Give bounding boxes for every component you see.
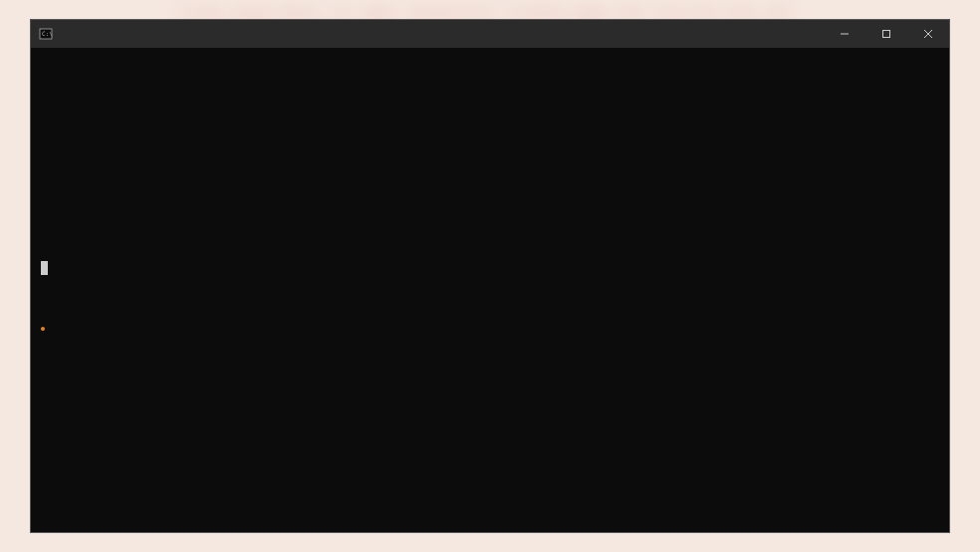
svg-text:C:\: C:\ xyxy=(42,30,53,37)
titlebar[interactable]: C:\ xyxy=(31,20,949,48)
maximize-button[interactable] xyxy=(865,20,907,48)
svg-rect-3 xyxy=(883,31,890,38)
minimize-button[interactable] xyxy=(824,20,865,48)
terminal-output[interactable] xyxy=(31,48,949,352)
blank-line xyxy=(41,124,939,140)
cmd-icon: C:\ xyxy=(39,27,53,41)
highlight-endereco-fisico xyxy=(41,327,45,331)
prompt-line[interactable] xyxy=(41,259,939,276)
window-controls xyxy=(824,20,949,48)
cursor xyxy=(41,261,48,275)
blank-line xyxy=(41,208,939,225)
close-button[interactable] xyxy=(907,20,949,48)
cmd-window: C:\ xyxy=(30,19,950,533)
